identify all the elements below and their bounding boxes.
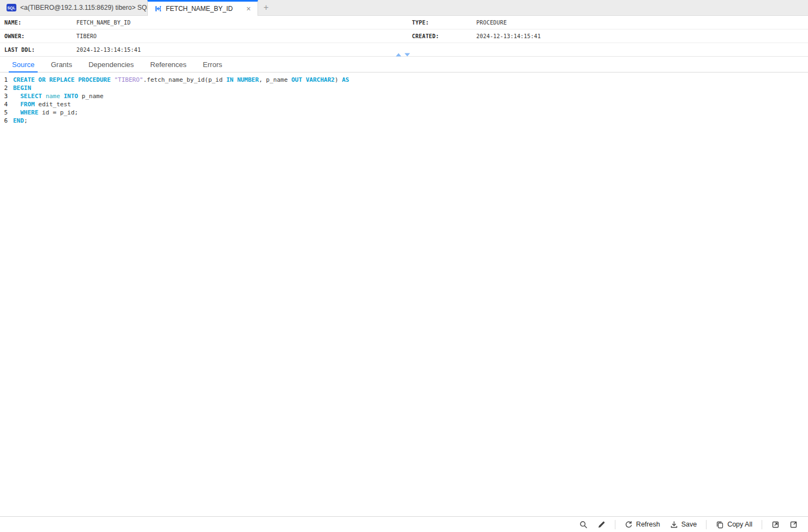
info-row-owner: OWNER: TIBERO [0, 29, 404, 43]
name-label: NAME: [0, 20, 76, 26]
created-label: CREATED: [404, 33, 476, 39]
code-line: 4 FROM edit_test [0, 100, 808, 108]
code-text: SELECT name INTO p_name [8, 92, 104, 100]
copy-icon [716, 521, 724, 529]
expand-down-icon[interactable] [404, 53, 410, 57]
code-text: WHERE id = p_id; [8, 108, 78, 117]
info-row-last-ddl: LAST DDL: 2024-12-13:14:15:41 [0, 43, 404, 57]
code-line: 6END; [0, 117, 808, 125]
owner-value: TIBERO [76, 33, 97, 39]
line-number: 2 [0, 84, 8, 92]
info-row-name: NAME: FETCH_NAME_BY_ID [0, 16, 404, 29]
source-code-editor[interactable]: 1CREATE OR REPLACE PROCEDURE "TIBERO".fe… [0, 72, 808, 421]
tab-references[interactable]: References [150, 57, 186, 72]
open-new-tab-icon [789, 521, 798, 529]
code-line: 2BEGIN [0, 84, 808, 92]
info-row-empty [404, 43, 808, 57]
editor-tab-label: <a(TIBERO@192.1.3.115:8629) tibero> SQL-… [20, 4, 156, 11]
refresh-label: Refresh [636, 521, 660, 528]
line-number: 1 [0, 76, 8, 84]
detail-tab-bar: Source Grants Dependencies References Er… [0, 57, 808, 72]
toolbar-divider [615, 520, 615, 529]
collapse-up-icon[interactable] [396, 53, 402, 57]
type-label: TYPE: [404, 20, 476, 26]
toolbar-divider [762, 520, 762, 529]
info-row-created: CREATED: 2024-12-13:14:15:41 [404, 29, 808, 43]
line-number: 3 [0, 92, 8, 100]
close-icon[interactable]: × [244, 4, 253, 13]
save-download-icon [670, 521, 678, 529]
line-number: 5 [0, 108, 8, 117]
new-tab-button[interactable]: + [258, 0, 274, 15]
open-new-tab-button[interactable] [785, 517, 803, 532]
tab-source[interactable]: Source [12, 57, 34, 72]
edit-button[interactable] [592, 517, 611, 532]
editor-tab-fetch-name-by-id[interactable]: FETCH_NAME_BY_ID × [147, 0, 258, 16]
save-button[interactable]: Save [665, 517, 702, 532]
code-text: BEGIN [8, 84, 31, 92]
sql-file-icon: SQL [7, 4, 16, 11]
object-info-panel: NAME: FETCH_NAME_BY_ID TYPE: PROCEDURE O… [0, 16, 808, 57]
owner-label: OWNER: [0, 33, 76, 39]
tab-errors[interactable]: Errors [203, 57, 222, 72]
editor-tab-label: FETCH_NAME_BY_ID [166, 5, 233, 13]
info-row-type: TYPE: PROCEDURE [404, 16, 808, 29]
code-line: 1CREATE OR REPLACE PROCEDURE "TIBERO".fe… [0, 76, 808, 84]
procedure-icon [154, 5, 162, 13]
code-text: END; [8, 117, 28, 125]
line-number: 4 [0, 100, 8, 108]
editor-tab-sql1[interactable]: SQL <a(TIBERO@192.1.3.115:8629) tibero> … [0, 0, 143, 15]
toolbar-divider [706, 520, 707, 529]
code-text: CREATE OR REPLACE PROCEDURE "TIBERO".fet… [8, 76, 349, 84]
open-external-icon [771, 521, 780, 529]
code-text: FROM edit_test [8, 100, 71, 108]
editor-tab-bar: SQL <a(TIBERO@192.1.3.115:8629) tibero> … [0, 0, 808, 16]
tab-dependencies[interactable]: Dependencies [88, 57, 134, 72]
copy-all-button[interactable]: Copy All [711, 517, 757, 532]
tab-grants[interactable]: Grants [51, 57, 72, 72]
search-button[interactable] [574, 517, 592, 532]
bottom-toolbar: Refresh Save Copy All [0, 516, 808, 532]
refresh-icon [625, 521, 633, 529]
name-value: FETCH_NAME_BY_ID [76, 20, 131, 26]
pencil-icon [597, 521, 606, 529]
code-line: 5 WHERE id = p_id; [0, 108, 808, 117]
created-value: 2024-12-13:14:15:41 [476, 33, 541, 39]
copy-all-label: Copy All [727, 521, 752, 528]
code-line: 3 SELECT name INTO p_name [0, 92, 808, 100]
save-label: Save [681, 521, 697, 528]
last-ddl-value: 2024-12-13:14:15:41 [76, 47, 141, 53]
last-ddl-label: LAST DDL: [0, 47, 76, 53]
open-external-button[interactable] [767, 517, 785, 532]
refresh-button[interactable]: Refresh [620, 517, 665, 532]
search-icon [579, 521, 588, 529]
line-number: 6 [0, 117, 8, 125]
type-value: PROCEDURE [476, 20, 507, 26]
panel-collapse-controls [396, 53, 410, 57]
